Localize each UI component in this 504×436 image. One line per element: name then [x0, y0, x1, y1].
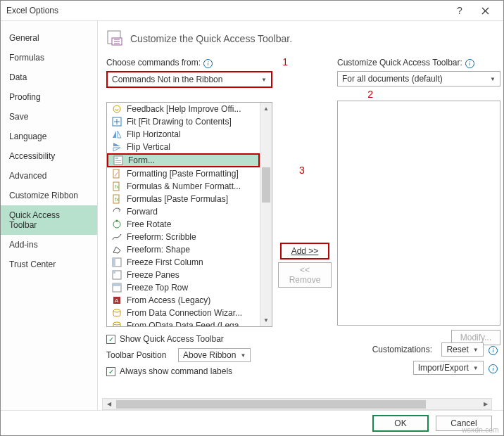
reset-dropdown[interactable]: Reset▼	[441, 342, 483, 357]
chevron-down-icon: ▼	[240, 352, 246, 359]
svg-rect-6	[115, 160, 121, 161]
selected-list-body	[338, 101, 500, 325]
watermark-text: wsxdn.com	[462, 426, 499, 434]
svg-point-14	[116, 220, 118, 222]
info-icon[interactable]: i	[203, 59, 213, 68]
sidebar-item-advanced[interactable]: Advanced	[1, 166, 97, 186]
form-icon	[113, 155, 124, 166]
feedback-icon	[111, 103, 122, 115]
paste-formula-icon: fx	[111, 193, 122, 205]
sidebar-item-label: Customize Ribbon	[9, 191, 78, 200]
sidebar-item-proofing[interactable]: Proofing	[1, 87, 97, 107]
selected-commands-list[interactable]	[337, 101, 500, 326]
flip-v-icon	[111, 141, 122, 153]
list-item[interactable]: Forward	[107, 205, 260, 218]
scroll-thumb[interactable]	[116, 400, 426, 409]
scroll-thumb[interactable]	[262, 167, 270, 203]
scroll-up-icon[interactable]: ▲	[260, 103, 272, 115]
scroll-track[interactable]	[260, 115, 272, 314]
import-export-dropdown[interactable]: Import/Export▼	[413, 361, 484, 375]
chevron-down-icon: ▼	[473, 347, 479, 353]
sidebar-item-general[interactable]: General	[1, 28, 97, 48]
list-item[interactable]: Free Rotate	[107, 218, 260, 231]
sidebar-item-data[interactable]: Data	[1, 68, 97, 87]
list-item[interactable]: Feedback [Help Improve Offi...	[107, 103, 260, 115]
list-item[interactable]: fxFormulas [Paste Formulas]	[107, 193, 260, 205]
commands-list[interactable]: Feedback [Help Improve Offi... Fit [Fit …	[106, 102, 272, 327]
list-item[interactable]: Freeform: Scribble	[107, 231, 260, 243]
toolbar-position-row: Toolbar Position Above Ribbon▼	[106, 348, 272, 362]
remove-button[interactable]: << Remove	[278, 262, 332, 288]
list-item[interactable]: fxFormulas & Number Formatt...	[107, 180, 260, 193]
list-item[interactable]: Formatting [Paste Formatting]	[107, 167, 260, 180]
excel-options-dialog: Excel Options ? General Formulas Data Pr…	[0, 0, 504, 436]
close-button[interactable]	[472, 1, 498, 20]
customize-qat-label: Customize Quick Access Toolbar:i	[337, 58, 500, 68]
sidebar-item-label: Add-ins	[9, 240, 38, 250]
scroll-down-icon[interactable]: ▼	[260, 314, 272, 326]
fit-icon	[111, 116, 122, 127]
always-show-row: ✓ Always show command labels	[106, 366, 272, 376]
target-document-dropdown[interactable]: For all documents (default) ▼	[337, 71, 500, 86]
rotate-icon	[111, 219, 122, 230]
scribble-icon	[111, 231, 122, 243]
freeze-col-icon	[111, 257, 122, 268]
list-item-form[interactable]: Form...	[107, 153, 260, 167]
freeze-row-icon	[111, 282, 122, 293]
svg-rect-5	[115, 158, 118, 159]
list-scrollbar[interactable]: ▲ ▼	[260, 103, 272, 326]
dropdown-value: For all documents (default)	[342, 74, 443, 84]
list-item[interactable]: AFrom Access (Legacy)	[107, 294, 260, 307]
horizontal-scrollbar[interactable]: ◀ ▶	[102, 398, 492, 410]
scroll-left-icon[interactable]: ◀	[103, 401, 115, 407]
choose-commands-label: Choose commands from:i	[106, 58, 272, 68]
sidebar-item-quick-access-toolbar[interactable]: Quick Access Toolbar	[1, 205, 97, 235]
sidebar-item-accessibility[interactable]: Accessibility	[1, 146, 97, 166]
list-item[interactable]: From Data Connection Wizar...	[107, 307, 260, 319]
sidebar-item-trust-center[interactable]: Trust Center	[1, 255, 97, 274]
list-item[interactable]: Freeze Top Row	[107, 281, 260, 294]
show-qat-checkbox[interactable]: ✓	[106, 335, 115, 344]
sidebar-item-addins[interactable]: Add-ins	[1, 235, 97, 255]
sidebar-item-label: Accessibility	[9, 151, 55, 161]
info-icon[interactable]: i	[489, 364, 498, 373]
sidebar-item-language[interactable]: Language	[1, 127, 97, 146]
main-panel: Customize the Quick Access Toolbar. Choo…	[98, 21, 503, 410]
list-item[interactable]: Flip Vertical	[107, 141, 260, 153]
list-item[interactable]: Freeform: Shape	[107, 243, 260, 256]
freeze-panes-icon	[111, 269, 122, 281]
svg-rect-7	[115, 162, 121, 163]
add-button[interactable]: Add >>	[280, 243, 329, 259]
window-title: Excel Options	[6, 6, 447, 15]
sidebar-item-formulas[interactable]: Formulas	[1, 48, 97, 68]
paste-formula-num-icon: fx	[111, 181, 122, 192]
sidebar-item-label: Data	[9, 72, 27, 82]
forward-icon	[111, 206, 122, 217]
ok-button[interactable]: OK	[372, 415, 429, 432]
svg-rect-16	[113, 258, 115, 267]
always-show-checkbox[interactable]: ✓	[106, 367, 115, 376]
close-icon	[481, 7, 489, 15]
scroll-right-icon[interactable]: ▶	[479, 401, 491, 407]
choose-commands-dropdown[interactable]: Commands Not in the Ribbon ▼	[106, 71, 272, 88]
sidebar-item-label: Language	[9, 132, 46, 141]
help-button[interactable]: ?	[447, 1, 472, 20]
category-sidebar: General Formulas Data Proofing Save Lang…	[1, 21, 98, 410]
list-item[interactable]: Freeze First Column	[107, 256, 260, 269]
info-icon[interactable]: i	[489, 346, 498, 355]
list-item[interactable]: Fit [Fit Drawing to Contents]	[107, 115, 260, 128]
commands-list-body: Feedback [Help Improve Offi... Fit [Fit …	[107, 103, 260, 326]
list-item[interactable]: From OData Data Feed (Lega...	[107, 319, 260, 326]
svg-point-23	[113, 309, 120, 312]
list-item[interactable]: Freeze Panes	[107, 269, 260, 281]
sidebar-item-label: Save	[9, 112, 28, 122]
list-item[interactable]: Flip Horizontal	[107, 128, 260, 141]
sidebar-item-save[interactable]: Save	[1, 107, 97, 127]
svg-rect-8	[113, 169, 119, 178]
section-header: Customize the Quick Access Toolbar.	[106, 30, 500, 48]
sidebar-item-customize-ribbon[interactable]: Customize Ribbon	[1, 186, 97, 205]
toolbar-position-dropdown[interactable]: Above Ribbon▼	[178, 348, 251, 362]
paste-format-icon	[111, 168, 122, 179]
annotation-3: 3	[299, 165, 305, 176]
info-icon[interactable]: i	[465, 59, 474, 68]
